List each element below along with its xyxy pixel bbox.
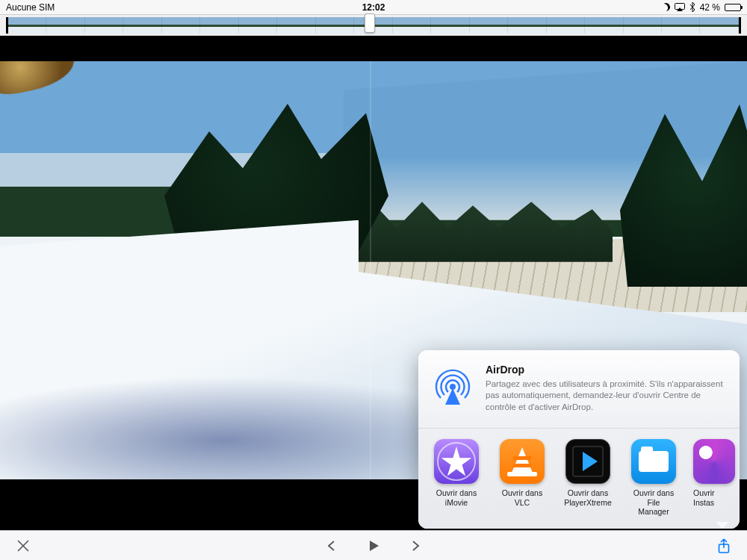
open-in-apps-row[interactable]: Ouvrir dansiMovie Ouvrir dansVLC Ouvrir … bbox=[418, 429, 740, 529]
airdrop-title: AirDrop bbox=[486, 364, 728, 376]
app-label: Ouvrir dans bbox=[436, 488, 477, 497]
app-imovie[interactable]: Ouvrir dansiMovie bbox=[430, 439, 483, 517]
video-stage: AirDrop Partagez avec des utilisateurs à… bbox=[0, 36, 747, 530]
airplay-icon bbox=[675, 3, 685, 11]
filmstrip-thumb[interactable] bbox=[508, 17, 546, 34]
app-label: Ouvrir dans bbox=[568, 488, 608, 497]
app-label: Manager bbox=[638, 507, 669, 516]
filmstrip-thumb[interactable] bbox=[547, 17, 585, 34]
clock: 12:02 bbox=[362, 2, 385, 13]
filmstrip-thumb[interactable] bbox=[8, 17, 46, 34]
bluetooth-icon bbox=[689, 2, 695, 12]
filmstrip-thumb[interactable] bbox=[46, 17, 84, 34]
share-button[interactable] bbox=[713, 535, 735, 557]
playerxtreme-icon bbox=[565, 439, 610, 484]
scrubber-bar bbox=[0, 15, 747, 36]
prev-button[interactable] bbox=[320, 535, 343, 557]
instash-icon bbox=[693, 439, 735, 484]
share-sheet: AirDrop Partagez avec des utilisateurs à… bbox=[418, 350, 740, 529]
app-label: VLC bbox=[515, 498, 530, 507]
airdrop-desc: Partagez avec des utilisateurs à proximi… bbox=[486, 379, 728, 414]
filmstrip-thumb[interactable] bbox=[700, 17, 738, 34]
filmstrip-thumb[interactable] bbox=[85, 17, 123, 34]
app-label: Ouvrir dans bbox=[502, 488, 542, 497]
app-file-manager[interactable]: Ouvrir dans FileManager bbox=[627, 439, 680, 517]
app-label: Instas bbox=[693, 498, 714, 507]
bottom-toolbar bbox=[0, 530, 747, 560]
battery-percent: 42 % bbox=[700, 2, 720, 13]
filmstrip-thumb[interactable] bbox=[316, 17, 354, 34]
file-manager-icon bbox=[631, 439, 676, 484]
filmstrip-thumb[interactable] bbox=[162, 17, 200, 34]
filmstrip-thumb[interactable] bbox=[123, 17, 161, 34]
filmstrip-thumb[interactable] bbox=[470, 17, 508, 34]
app-label: Ouvrir bbox=[693, 488, 715, 497]
filmstrip-thumb[interactable] bbox=[277, 17, 315, 34]
battery-icon bbox=[725, 4, 741, 11]
filmstrip-thumb[interactable] bbox=[239, 17, 277, 34]
airdrop-section[interactable]: AirDrop Partagez avec des utilisateurs à… bbox=[418, 350, 740, 429]
airdrop-icon bbox=[430, 364, 475, 408]
play-button[interactable] bbox=[362, 535, 385, 557]
filmstrip-thumb[interactable] bbox=[624, 17, 662, 34]
vlc-icon bbox=[500, 439, 545, 484]
close-button[interactable] bbox=[12, 535, 34, 557]
app-vlc[interactable]: Ouvrir dansVLC bbox=[496, 439, 548, 517]
filmstrip-thumb[interactable] bbox=[200, 17, 238, 34]
app-instash-partial[interactable]: OuvrirInstas bbox=[693, 439, 717, 517]
app-label: PlayerXtreme bbox=[564, 498, 612, 507]
next-button[interactable] bbox=[404, 535, 427, 557]
svg-marker-4 bbox=[370, 541, 379, 551]
filmstrip-thumb[interactable] bbox=[585, 17, 623, 34]
imovie-icon bbox=[434, 439, 479, 484]
carrier-text: Aucune SIM bbox=[6, 2, 55, 13]
app-label: iMovie bbox=[445, 498, 468, 507]
status-bar: Aucune SIM 12:02 42 % bbox=[0, 0, 747, 15]
filmstrip-thumb[interactable] bbox=[431, 17, 469, 34]
filmstrip-thumb[interactable] bbox=[393, 17, 431, 34]
do-not-disturb-icon bbox=[660, 1, 671, 12]
scrubber-handle[interactable] bbox=[365, 13, 375, 33]
app-label: Ouvrir dans File bbox=[633, 488, 674, 507]
app-playerxtreme[interactable]: Ouvrir dansPlayerXtreme bbox=[562, 439, 614, 517]
filmstrip-thumb[interactable] bbox=[662, 17, 700, 34]
